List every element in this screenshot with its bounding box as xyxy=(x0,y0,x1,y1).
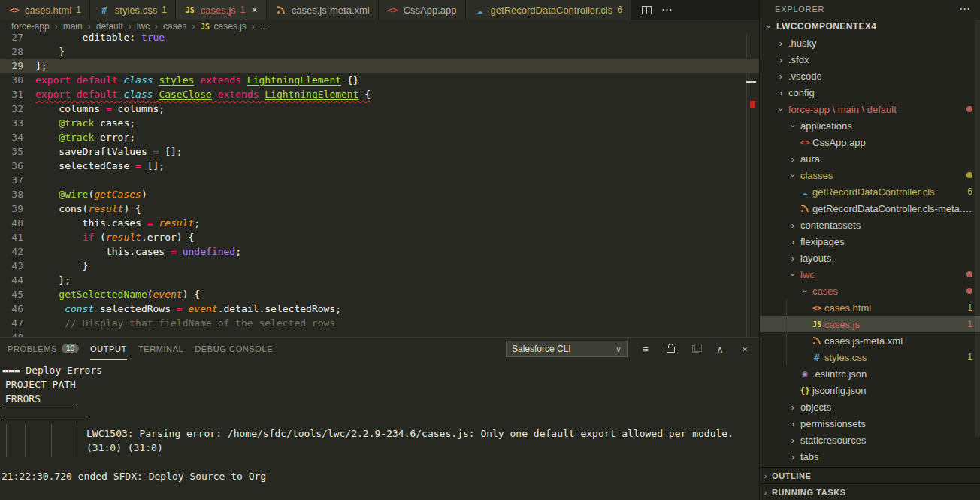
output-channel-select[interactable]: Salesforce CLI ∨ xyxy=(506,341,628,357)
explorer-more-icon[interactable]: ··· xyxy=(960,4,971,14)
tree-item-aura[interactable]: ›aura xyxy=(760,150,980,167)
breadcrumb-item[interactable]: force-app xyxy=(11,21,50,32)
clear-output-icon[interactable]: ≡ xyxy=(639,344,652,355)
tree-item-.eslintrc.json[interactable]: ◉.eslintrc.json xyxy=(760,365,980,382)
panel-tab-terminal[interactable]: TERMINAL xyxy=(138,338,183,360)
tree-item-lwccomponentex4[interactable]: ›LWCCOMPONENTEX4 xyxy=(760,18,980,35)
code-line-36[interactable]: 36 selectedCase = []; xyxy=(0,159,759,173)
line-number[interactable]: 29 xyxy=(0,59,35,73)
panel-tab-debug-console[interactable]: DEBUG CONSOLE xyxy=(195,338,273,360)
tab-cases.js-meta.xml[interactable]: cases.js-meta.xml xyxy=(267,0,379,20)
line-number[interactable]: 37 xyxy=(0,173,35,187)
line-number[interactable]: 27 xyxy=(0,33,35,44)
code-line-42[interactable]: 42 this.cases = undefined; xyxy=(0,244,759,259)
tree-item-classes[interactable]: ›classes xyxy=(760,167,980,183)
tree-item-.husky[interactable]: ›.husky xyxy=(760,35,980,51)
tree-item-cases[interactable]: ›cases xyxy=(760,283,980,299)
line-number[interactable]: 40 xyxy=(0,216,35,230)
code-line-43[interactable]: 43 } xyxy=(0,259,759,273)
line-number[interactable]: 34 xyxy=(0,130,35,144)
code-line-44[interactable]: 44 }; xyxy=(0,273,759,287)
line-number[interactable]: 46 xyxy=(0,302,35,316)
tab-styles.css[interactable]: #styles.css1 xyxy=(90,0,176,20)
tree-item-jsconfig.json[interactable]: {}jsconfig.json xyxy=(760,382,980,398)
split-editor-icon[interactable] xyxy=(642,6,652,14)
code-line-34[interactable]: 34 @track error; xyxy=(0,130,759,144)
breadcrumb-item[interactable]: ... xyxy=(260,21,268,32)
tree-item-styles.css[interactable]: #styles.css1 xyxy=(760,349,980,365)
breadcrumb-item[interactable]: default xyxy=(96,21,123,32)
tree-item-layouts[interactable]: ›layouts xyxy=(760,250,980,266)
tree-item-getrecorddatacontroller.cls-meta.xml[interactable]: getRecordDataController.cls-meta.xml xyxy=(760,200,980,217)
maximize-panel-icon[interactable]: ∧ xyxy=(713,344,727,355)
code-line-31[interactable]: 31export default class CaseClose extends… xyxy=(0,87,759,102)
code-line-33[interactable]: 33 @track cases; xyxy=(0,116,759,130)
line-number[interactable]: 35 xyxy=(0,144,35,159)
tree-item-objects[interactable]: ›objects xyxy=(760,398,980,415)
breadcrumb-item[interactable]: cases xyxy=(163,21,186,32)
tree-item-applications[interactable]: ›applications xyxy=(760,117,980,134)
line-number[interactable]: 32 xyxy=(0,102,35,116)
code-line-45[interactable]: 45 getSelectedName(event) { xyxy=(0,287,759,302)
tree-item-staticresources[interactable]: ›staticresources xyxy=(760,432,980,448)
code-line-29[interactable]: 29]; xyxy=(0,59,759,73)
tree-item-cssapp.app[interactable]: <>CssApp.app xyxy=(760,134,980,150)
tree-item-config[interactable]: ›config xyxy=(760,84,980,101)
line-number[interactable]: 43 xyxy=(0,259,35,273)
code-line-38[interactable]: 38 @wire(getCases) xyxy=(0,187,759,202)
code-line-30[interactable]: 30export default class styles extends Li… xyxy=(0,73,759,87)
tab-cases.js[interactable]: JScases.js1× xyxy=(176,0,267,20)
tree-item-flexipages[interactable]: ›flexipages xyxy=(760,233,980,250)
line-number[interactable]: 28 xyxy=(0,44,35,59)
open-in-editor-icon[interactable] xyxy=(688,344,702,355)
code-line-40[interactable]: 40 this.cases = result; xyxy=(0,216,759,230)
tree-item-lwc[interactable]: ›lwc xyxy=(760,266,980,283)
code-line-37[interactable]: 37 xyxy=(0,173,759,187)
tree-item-force-app-main-default[interactable]: ›force-app \ main \ default xyxy=(760,101,980,117)
line-number[interactable]: 30 xyxy=(0,73,35,87)
line-number[interactable]: 33 xyxy=(0,116,35,130)
code-line-47[interactable]: 47 // Display that fieldName of the sele… xyxy=(0,316,759,330)
line-number[interactable]: 31 xyxy=(0,87,35,102)
tree-item-cases.js-meta.xml[interactable]: cases.js-meta.xml xyxy=(760,332,980,349)
tree-item-cases.js[interactable]: JScases.js1 xyxy=(760,316,980,332)
panel-tab-output[interactable]: OUTPUT xyxy=(90,338,127,360)
lock-scroll-icon[interactable] xyxy=(664,343,677,355)
breadcrumb-item[interactable]: lwc xyxy=(137,21,150,32)
code-line-39[interactable]: 39 cons(result) { xyxy=(0,202,759,216)
tree-item-getrecorddatacontroller.cls[interactable]: ☁getRecordDataController.cls6 xyxy=(760,183,980,200)
code-line-32[interactable]: 32 columns = columns; xyxy=(0,102,759,116)
line-number[interactable]: 39 xyxy=(0,202,35,216)
line-number[interactable]: 41 xyxy=(0,230,35,244)
panel-tab-problems[interactable]: PROBLEMS10 xyxy=(8,338,79,360)
tree-item-.vscode[interactable]: ›.vscode xyxy=(760,68,980,84)
line-number[interactable]: 36 xyxy=(0,159,35,173)
breadcrumb-item[interactable]: JScases.js xyxy=(200,21,246,32)
breadcrumb-item[interactable]: main xyxy=(63,21,83,32)
output-console[interactable]: === Deploy Errors PROJECT PATH ERRORS LW… xyxy=(0,360,759,500)
close-panel-icon[interactable]: × xyxy=(738,344,752,355)
code-line-35[interactable]: 35 saveDraftValues = []; xyxy=(0,144,759,159)
tree-item-contentassets[interactable]: ›contentassets xyxy=(760,217,980,233)
code-line-41[interactable]: 41 if (result.error) { xyxy=(0,230,759,244)
code-line-46[interactable]: 46 const selectedRows = event.detail.sel… xyxy=(0,302,759,316)
tree-item-.sfdx[interactable]: ›.sfdx xyxy=(760,51,980,68)
line-number[interactable]: 47 xyxy=(0,316,35,330)
code-line-48[interactable]: 48 xyxy=(0,330,759,337)
tab-close-icon[interactable]: × xyxy=(252,4,258,16)
tab-CssApp.app[interactable]: <>CssApp.app xyxy=(379,0,466,20)
section-running-tasks[interactable]: ›RUNNING TASKS xyxy=(760,483,980,500)
tree-item-permissionsets[interactable]: ›permissionsets xyxy=(760,415,980,432)
code-editor[interactable]: 27 editable: true28 }29];30export defaul… xyxy=(0,33,759,337)
line-number[interactable]: 44 xyxy=(0,273,35,287)
line-number[interactable]: 42 xyxy=(0,244,35,259)
section-outline[interactable]: ›OUTLINE xyxy=(760,467,980,483)
code-line-28[interactable]: 28 } xyxy=(0,44,759,59)
tab-getRecordDataController.cls[interactable]: ☁getRecordDataController.cls6 xyxy=(466,0,631,20)
line-number[interactable]: 48 xyxy=(0,330,35,337)
code-line-27[interactable]: 27 editable: true xyxy=(0,33,759,44)
sidebar-scrollbar[interactable] xyxy=(975,20,980,437)
tree-item-cases.html[interactable]: <>cases.html1 xyxy=(760,299,980,316)
tree-item-tabs[interactable]: ›tabs xyxy=(760,448,980,465)
line-number[interactable]: 38 xyxy=(0,187,35,202)
